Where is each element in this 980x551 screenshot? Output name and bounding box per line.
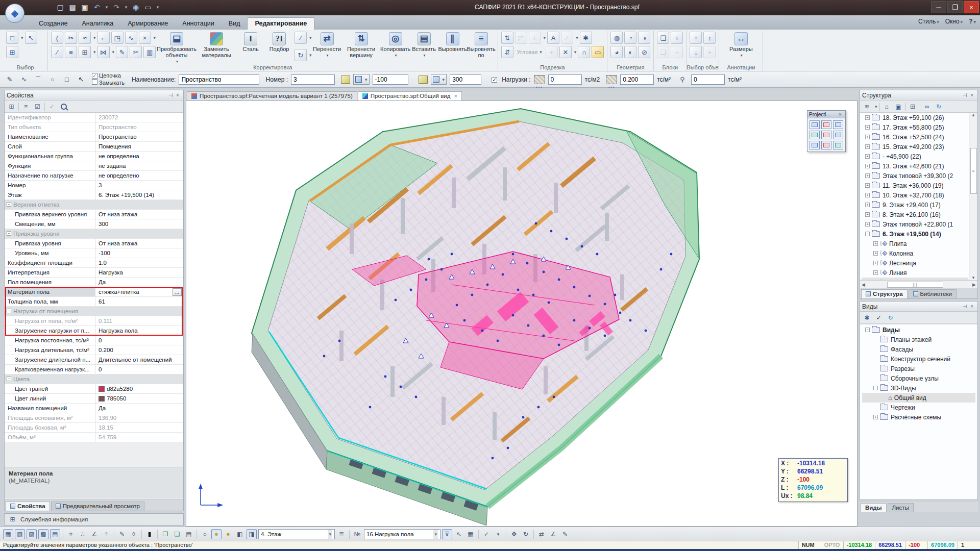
checked-list-icon[interactable]: ☑ <box>33 102 42 111</box>
expand-icon[interactable]: + <box>873 241 878 246</box>
property-section-row[interactable]: −Верхняя отметка <box>5 200 183 210</box>
property-value[interactable]: стяжка+плитка... <box>95 287 183 296</box>
pin-icon[interactable]: ⊣ <box>961 92 968 99</box>
tree-item[interactable]: +Чертежи <box>862 403 975 412</box>
arc-tool-icon[interactable]: ( <box>51 32 63 44</box>
projection-side-icon[interactable] <box>833 120 843 129</box>
expand-icon[interactable]: + <box>873 261 878 265</box>
move-vertex-button[interactable]: ⇅ Перенести вершину <box>342 32 380 59</box>
tab-annotations[interactable]: Аннотации <box>175 18 221 30</box>
replace-materials-button[interactable]: Заменить материалы <box>198 32 235 59</box>
color-swatch[interactable] <box>99 386 105 392</box>
tree-item[interactable]: +9. Этаж +29,400 (17) <box>862 200 968 210</box>
undo-dropdown-icon[interactable]: ▾ <box>104 2 109 12</box>
property-row[interactable]: Нагрузка постоянная, тс/м²0 <box>5 336 183 345</box>
name-input[interactable] <box>179 74 259 85</box>
property-value[interactable]: 1.0 <box>95 258 183 267</box>
property-value[interactable]: не определена <box>95 152 183 161</box>
dimensions-button[interactable]: ↔ Размеры▾ <box>728 32 754 59</box>
property-row[interactable]: Привязка уровняОт низа этажа <box>5 239 183 248</box>
home-icon[interactable]: ⌂ <box>882 102 892 111</box>
brick-icon[interactable]: ▤ <box>184 529 194 539</box>
expand-icon[interactable]: + <box>865 144 870 149</box>
property-row[interactable]: Материал поластяжка+плитка... <box>5 287 183 297</box>
undo-icon[interactable]: ↶ <box>92 2 102 12</box>
layers-icon[interactable]: ≣ <box>336 529 347 539</box>
expand-icon[interactable]: − <box>865 328 870 332</box>
projection-bottom-icon[interactable] <box>810 141 820 149</box>
corner-rect-icon[interactable]: ◳ <box>111 32 124 44</box>
extend-down-icon[interactable]: ⇵ <box>501 46 513 58</box>
tab-creation[interactable]: Создание <box>32 18 75 30</box>
structure-horizontal-scrollbar[interactable]: ◀|||▶ <box>860 280 977 288</box>
array-icon[interactable]: ⊞ <box>79 46 91 58</box>
tab-views[interactable]: Виды <box>861 503 887 512</box>
view-toggle-3-icon[interactable]: ▨ <box>27 529 37 539</box>
steel-button[interactable]: Ι Сталь <box>237 32 264 53</box>
select-box-icon[interactable]: □ <box>6 32 18 44</box>
property-row[interactable]: Толщина пола, мм61 <box>5 297 183 307</box>
bottom-offset-input[interactable] <box>373 74 408 85</box>
draw-ellipse-icon[interactable]: ○ <box>47 74 58 85</box>
property-value[interactable]: 3 <box>95 181 183 190</box>
live-load-input[interactable] <box>691 74 725 85</box>
tree-item[interactable]: +Сборочные узлы <box>862 373 975 383</box>
floor-cube-icon[interactable]: ◨ <box>247 529 257 539</box>
erase-icon[interactable]: ◊ <box>129 529 139 539</box>
style-menu[interactable]: Стиль▾ <box>918 18 939 25</box>
select-above-icon[interactable]: ↑ <box>690 32 702 44</box>
property-row[interactable]: Названия помещенийДа <box>5 404 183 413</box>
expand-icon[interactable]: + <box>873 270 878 275</box>
open-file-icon[interactable]: ▤ <box>67 2 78 12</box>
property-row[interactable]: Пол помещенияДа <box>5 278 183 287</box>
align-button[interactable]: ∥ Выровнять <box>439 32 466 53</box>
qat-options-icon[interactable]: ▾ <box>155 2 160 12</box>
edit-group-icon[interactable]: ❏ <box>657 46 669 58</box>
axes-icon[interactable]: ∠ <box>548 529 558 539</box>
floor-combo[interactable]: 4. Этаж▾ <box>258 529 335 539</box>
property-section-row[interactable]: −Цвета <box>5 374 183 384</box>
collapse-section-icon[interactable]: − <box>7 377 11 381</box>
tree-item[interactable]: +Планы этажей <box>862 335 975 344</box>
apply-dropdown-icon[interactable]: ▾ <box>493 529 503 539</box>
loads-checkbox[interactable]: ✓ <box>492 76 499 83</box>
property-value[interactable]: Да <box>95 404 183 413</box>
break-icon[interactable]: ✕ <box>559 46 572 58</box>
boolean-intersect-icon[interactable]: ◑ <box>638 32 650 44</box>
new-file-icon[interactable]: ▢ <box>55 2 65 12</box>
property-row[interactable]: Загружение длительной н...Длительное от … <box>5 355 183 365</box>
expand-icon[interactable]: + <box>865 173 870 178</box>
property-row[interactable]: Нагрузка от пола, тс/м²0.111 <box>5 316 183 326</box>
tree-item[interactable]: +Разрезы <box>862 364 975 373</box>
apply-check-icon[interactable]: ✓ <box>481 529 492 539</box>
scissors-icon[interactable]: ✂ <box>130 46 142 58</box>
document-tab-model[interactable]: Пространство.spf:Расчетная модель вариан… <box>187 91 357 101</box>
redo-icon[interactable]: ↷ <box>111 2 121 12</box>
binoculars-icon[interactable]: ∞ <box>922 102 932 111</box>
property-value[interactable]: d82a5280 <box>95 384 183 393</box>
mirror-icon[interactable]: ⋈ <box>97 46 110 58</box>
property-value[interactable]: От низа этажа <box>95 239 183 248</box>
chain-checkbox[interactable]: ✓Цепочка <box>92 72 125 79</box>
refresh-views-icon[interactable]: ↻ <box>886 313 895 322</box>
ellipsis-button[interactable]: ... <box>173 288 182 296</box>
sphere-tool-icon[interactable]: ◉ <box>131 2 141 12</box>
arch-icon[interactable]: ∩ <box>578 46 590 58</box>
property-section-row[interactable]: −Привязка уровня <box>5 229 183 239</box>
snap-edge-icon[interactable]: ∠ <box>89 529 100 539</box>
boolean-merge-icon[interactable]: ◕ <box>610 46 623 58</box>
angle-trim-button[interactable]: Угловая▾ <box>515 47 544 57</box>
property-value[interactable]: -100 <box>95 248 183 258</box>
pin-icon[interactable]: ⊣ <box>167 92 174 99</box>
sketch-icon[interactable]: ✎ <box>560 529 570 539</box>
spline-edit-icon[interactable]: ≈ <box>79 32 91 44</box>
bottom-anchor-combo[interactable]: ▾ <box>353 74 370 85</box>
expand-icon[interactable]: + <box>865 135 870 139</box>
tab-editing[interactable]: Редактирование <box>247 17 314 30</box>
tab-properties[interactable]: Свойства <box>6 502 50 511</box>
tree-item[interactable]: +Плита <box>862 239 968 248</box>
view-toggle-5-icon[interactable]: ▤ <box>50 529 60 539</box>
dark-display-icon[interactable]: ▮ <box>144 529 155 539</box>
tree-item[interactable]: +Линия <box>862 268 968 278</box>
select-cursor-icon[interactable]: ↖ <box>25 32 37 44</box>
